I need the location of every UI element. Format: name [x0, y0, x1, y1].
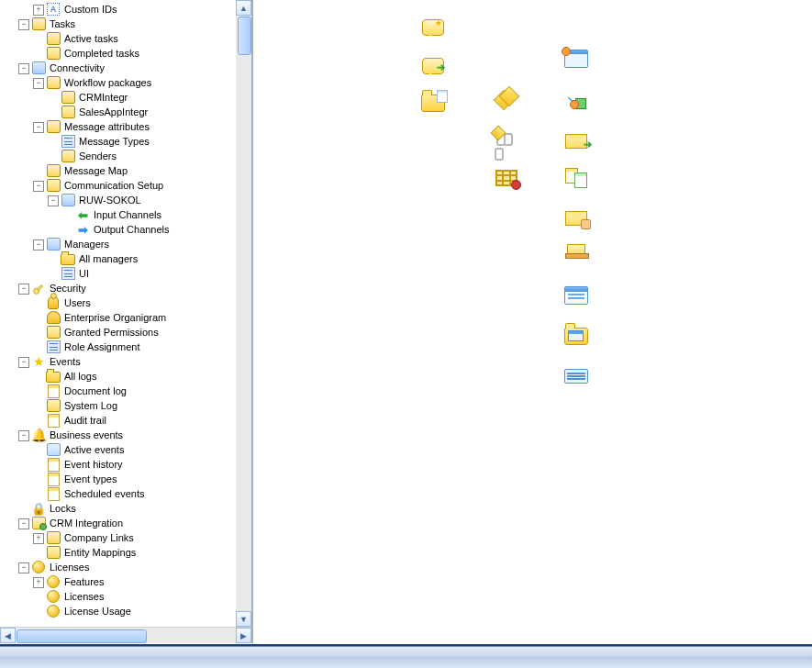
expand-toggle[interactable]: − — [18, 518, 29, 529]
tree-node-granted-permissions[interactable]: Granted Permissions — [4, 325, 251, 340]
action-list-view-icon[interactable] — [563, 365, 589, 387]
tree-label: All managers — [78, 253, 138, 264]
action-comment-new-icon[interactable]: ★ — [420, 17, 446, 39]
tree-node-message-map[interactable]: Message Map — [4, 163, 251, 178]
tree-node-crmintegr[interactable]: CRMIntegr — [4, 90, 251, 105]
tree-node-event-types[interactable]: Event types — [4, 472, 251, 486]
tree-node-active-tasks[interactable]: Active tasks — [4, 31, 251, 46]
tree-node-entity-mappings[interactable]: Entity Mappings — [4, 545, 251, 560]
tree-node-managers[interactable]: − Managers — [4, 237, 251, 251]
action-table-delete-icon[interactable] — [494, 167, 519, 189]
tree-node-connectivity[interactable]: − Connectivity — [4, 61, 251, 75]
tree-node-ui[interactable]: UI — [4, 266, 251, 281]
tree-node-enterprise-organigram[interactable]: Enterprise Organigram — [4, 310, 251, 325]
tree-node-communication-setup[interactable]: − Communication Setup — [4, 178, 251, 193]
action-comment-forward-icon[interactable]: ➔ — [420, 55, 446, 77]
tree-node-tasks[interactable]: − Tasks — [4, 17, 251, 31]
action-receive-mail-icon[interactable] — [563, 207, 589, 229]
tree-label: Role Assignment — [63, 341, 140, 352]
tree-node-features[interactable]: + Features — [4, 574, 251, 589]
expand-toggle[interactable]: − — [18, 357, 29, 368]
expand-toggle[interactable]: − — [18, 19, 29, 30]
action-folder-form-icon[interactable] — [563, 325, 589, 347]
tree-node-users[interactable]: Users — [4, 295, 251, 310]
expand-toggle[interactable]: − — [18, 430, 29, 441]
tree-node-completed-tasks[interactable]: Completed tasks — [4, 46, 251, 61]
tree-node-role-assignment[interactable]: Role Assignment — [4, 340, 251, 354]
action-outbox-icon[interactable] — [563, 240, 589, 262]
server-icon — [61, 193, 75, 207]
expand-toggle[interactable]: − — [18, 63, 29, 74]
expand-toggle[interactable]: − — [33, 181, 44, 192]
tree-label: Senders — [78, 150, 117, 161]
tree-node-ruw-sokol[interactable]: − RUW-SOKOL — [4, 193, 251, 207]
tree-scroll-area[interactable]: + A Custom IDs − Tasks Active tasks — [0, 0, 251, 627]
tree-node-event-history[interactable]: Event history — [4, 457, 251, 472]
tree-node-message-attributes[interactable]: − Message attributes — [4, 119, 251, 134]
action-open-folder-icon[interactable] — [420, 92, 446, 114]
tree-node-salesappintegr[interactable]: SalesAppIntegr — [4, 105, 251, 119]
tree-label: Workflow packages — [63, 77, 151, 88]
tree-node-scheduled-events[interactable]: Scheduled events — [4, 486, 251, 501]
expand-toggle[interactable]: − — [33, 239, 44, 250]
expand-toggle[interactable]: − — [18, 284, 29, 295]
expand-toggle[interactable]: + — [33, 5, 44, 16]
tree-node-security[interactable]: − Security — [4, 281, 251, 295]
expand-toggle[interactable]: − — [48, 195, 59, 206]
scroll-up-button[interactable]: ▲ — [236, 0, 251, 16]
vertical-scrollbar[interactable]: ▲ ▼ — [236, 0, 251, 627]
arrow-right-icon: ➡ — [75, 222, 90, 237]
scroll-right-button[interactable]: ▶ — [236, 628, 251, 643]
scroll-thumb[interactable] — [17, 629, 147, 643]
action-new-window-icon[interactable] — [563, 48, 589, 70]
tree-node-events[interactable]: − ★ Events — [4, 354, 251, 369]
action-convert-icon[interactable]: ↘ — [563, 90, 589, 112]
letter-icon: A — [46, 2, 61, 17]
tree-node-business-events[interactable]: − 🔔 Business events — [4, 428, 251, 442]
scroll-down-button[interactable]: ▼ — [236, 611, 251, 627]
action-form-view-icon[interactable] — [563, 284, 589, 306]
tree-node-message-types[interactable]: Message Types — [4, 134, 251, 149]
expand-toggle[interactable]: − — [18, 562, 29, 573]
tree-node-custom-ids[interactable]: + A Custom IDs — [4, 2, 251, 17]
tree-node-document-log[interactable]: Document log — [4, 384, 251, 398]
action-process-icon[interactable] — [494, 88, 519, 110]
tree-node-all-logs[interactable]: All logs — [4, 369, 251, 384]
tree-node-license-usage[interactable]: License Usage — [4, 604, 251, 618]
tree-label: Granted Permissions — [63, 327, 159, 338]
links-icon — [46, 530, 61, 545]
tree-node-workflow-packages[interactable]: − Workflow packages — [4, 75, 251, 90]
tree-node-senders[interactable]: Senders — [4, 149, 251, 163]
expand-toggle[interactable]: + — [33, 533, 44, 544]
tree-label: Communication Setup — [63, 180, 163, 191]
tree-node-output-channels[interactable]: ➡ Output Channels — [4, 222, 251, 237]
tree-label: Message Map — [63, 165, 128, 176]
action-send-mail-icon[interactable]: ➔ — [563, 130, 589, 152]
tree-label: Users — [63, 297, 91, 308]
tree-label: Licenses — [49, 562, 89, 573]
tree-node-licenses-child[interactable]: Licenses — [4, 589, 251, 604]
action-link-icon[interactable] — [494, 128, 519, 150]
tree-node-company-links[interactable]: + Company Links — [4, 530, 251, 545]
tree-label: Enterprise Organigram — [63, 312, 166, 323]
tree-node-audit-trail[interactable]: Audit trail — [4, 413, 251, 428]
tree-node-licenses[interactable]: − Licenses — [4, 560, 251, 574]
tree-node-active-events[interactable]: Active events — [4, 442, 251, 457]
tree-node-system-log[interactable]: System Log — [4, 398, 251, 413]
map-icon — [46, 163, 61, 178]
tree-node-all-managers[interactable]: All managers — [4, 251, 251, 266]
tree-node-crm-integration[interactable]: − CRM Integration — [4, 516, 251, 530]
horizontal-scrollbar[interactable]: ◀ ▶ — [0, 627, 251, 643]
audit-icon — [46, 413, 61, 428]
tree-node-input-channels[interactable]: ⬅ Input Channels — [4, 207, 251, 222]
tree-label: Scheduled events — [63, 488, 144, 499]
expand-toggle[interactable]: − — [33, 78, 44, 89]
scroll-left-button[interactable]: ◀ — [0, 628, 16, 643]
nav-tree[interactable]: + A Custom IDs − Tasks Active tasks — [0, 2, 251, 618]
expand-toggle[interactable]: − — [33, 122, 44, 133]
scroll-thumb[interactable] — [238, 17, 251, 55]
tree-node-locks[interactable]: 🔒 Locks — [4, 501, 251, 516]
badge-icon — [46, 574, 61, 589]
expand-toggle[interactable]: + — [33, 577, 44, 588]
action-documents-icon[interactable] — [563, 167, 589, 189]
